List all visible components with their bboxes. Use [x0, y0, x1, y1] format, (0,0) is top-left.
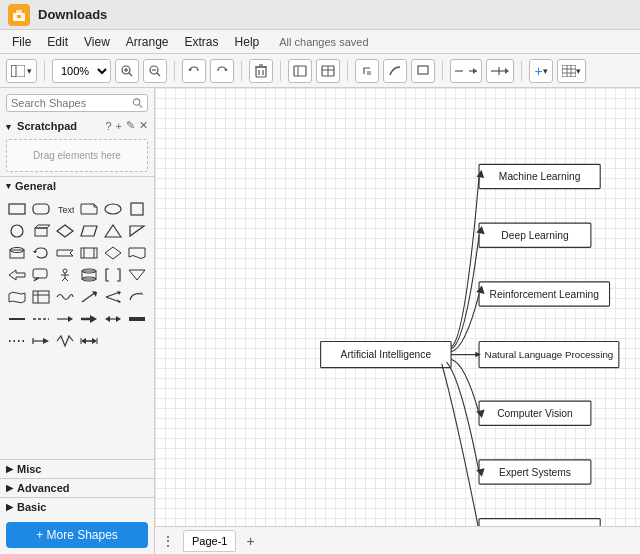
shape-bracket[interactable]: [102, 265, 124, 285]
toggle-panel-btn[interactable]: ▾: [6, 59, 37, 83]
shape-thick-line[interactable]: [126, 309, 148, 329]
svg-rect-19: [294, 66, 306, 76]
shape-squiggle[interactable]: [54, 287, 76, 307]
shape-zigzag[interactable]: [54, 331, 76, 351]
shape-cylinder[interactable]: [6, 243, 28, 263]
insert-btn[interactable]: + ▾: [529, 59, 553, 83]
scratchpad-icons: ? + ✎ ✕: [105, 119, 148, 132]
shape-arrow-both[interactable]: [78, 331, 100, 351]
shape-process[interactable]: [78, 243, 100, 263]
svg-line-10: [157, 73, 160, 76]
shape-person[interactable]: [54, 265, 76, 285]
shape-decision[interactable]: [102, 243, 124, 263]
shape-double-headed[interactable]: [102, 309, 124, 329]
svg-point-45: [105, 204, 121, 214]
shape-arrow-right[interactable]: [54, 309, 76, 329]
shape-document[interactable]: [126, 243, 148, 263]
shape-square[interactable]: [126, 199, 148, 219]
svg-marker-89: [90, 315, 97, 323]
add-page-btn[interactable]: +: [240, 531, 260, 551]
shape-rounded-rect[interactable]: [30, 199, 52, 219]
shape-line[interactable]: [6, 309, 28, 329]
scratchpad-close-icon[interactable]: ✕: [139, 119, 148, 132]
shape-text[interactable]: Text: [54, 199, 76, 219]
shape-thick-arrow[interactable]: [78, 309, 100, 329]
shape-arrow-left[interactable]: [6, 265, 28, 285]
shape-circle[interactable]: [6, 221, 28, 241]
shape-curved-arrow[interactable]: [126, 287, 148, 307]
scratchpad-help-icon[interactable]: ?: [105, 120, 111, 132]
menu-extras[interactable]: Extras: [177, 33, 227, 51]
general-arrow: ▾: [6, 181, 11, 191]
shape-callout[interactable]: [30, 265, 52, 285]
shape-dotted[interactable]: [6, 331, 28, 351]
shape-banner[interactable]: [54, 243, 76, 263]
format-btn[interactable]: [288, 59, 312, 83]
svg-text:Natural Language Processing: Natural Language Processing: [485, 349, 614, 360]
svg-text:Computer Vision: Computer Vision: [497, 408, 573, 419]
canvas-area[interactable]: Artificial Intelligence Machine Learning…: [155, 88, 640, 554]
connect-btn[interactable]: [486, 59, 514, 83]
menu-arrange[interactable]: Arrange: [118, 33, 177, 51]
shape-tape[interactable]: [6, 287, 28, 307]
svg-text:Expert Systems: Expert Systems: [499, 467, 571, 478]
line-btn[interactable]: [383, 59, 407, 83]
shape-loop[interactable]: [30, 243, 52, 263]
menu-view[interactable]: View: [76, 33, 118, 51]
diagram-svg: Artificial Intelligence Machine Learning…: [155, 88, 640, 554]
scratchpad-section: ▾ Scratchpad ? + ✎ ✕ Drag elements here: [0, 116, 154, 177]
waypoint-btn[interactable]: [450, 59, 482, 83]
scratchpad-edit-icon[interactable]: ✎: [126, 119, 135, 132]
page-tab[interactable]: Page-1: [183, 530, 236, 552]
shape-arrow-end[interactable]: [30, 331, 52, 351]
zoom-out-btn[interactable]: [143, 59, 167, 83]
shape-note[interactable]: [78, 199, 100, 219]
search-bar[interactable]: [6, 94, 148, 112]
undo-btn[interactable]: [182, 59, 206, 83]
svg-text:···: ···: [34, 291, 37, 295]
shape-diagonal-arrow[interactable]: [78, 287, 100, 307]
shape-parallelogram[interactable]: [78, 221, 100, 241]
shape-3d-rect[interactable]: [30, 221, 52, 241]
menu-edit[interactable]: Edit: [39, 33, 76, 51]
search-input[interactable]: [11, 97, 132, 109]
delete-btn[interactable]: [249, 59, 273, 83]
svg-rect-55: [10, 250, 24, 258]
menu-file[interactable]: File: [4, 33, 39, 51]
shape-double-arrow[interactable]: [102, 287, 124, 307]
scratchpad-title[interactable]: ▾ Scratchpad: [6, 120, 105, 132]
basic-arrow: ▶: [6, 502, 13, 512]
redo-btn[interactable]: [210, 59, 234, 83]
shape-database[interactable]: [78, 265, 100, 285]
svg-rect-4: [11, 65, 25, 77]
table-btn[interactable]: [316, 59, 340, 83]
shape-dashed[interactable]: [30, 309, 52, 329]
more-shapes-btn[interactable]: + More Shapes: [6, 522, 148, 548]
svg-rect-46: [131, 203, 143, 215]
svg-marker-27: [473, 68, 477, 74]
svg-text:Artificial Intelligence: Artificial Intelligence: [341, 349, 432, 360]
table-insert-btn[interactable]: ▾: [557, 59, 586, 83]
shape-diamond[interactable]: [54, 221, 76, 241]
shape-right-triangle[interactable]: [126, 221, 148, 241]
page-menu-icon[interactable]: ⋮: [161, 533, 175, 549]
shape-rect[interactable]: [6, 199, 28, 219]
menu-help[interactable]: Help: [227, 33, 268, 51]
rect-btn[interactable]: [411, 59, 435, 83]
scratchpad-add-icon[interactable]: +: [116, 120, 122, 132]
scratchpad-header[interactable]: ▾ Scratchpad ? + ✎ ✕: [0, 116, 154, 135]
shape-triangle[interactable]: [102, 221, 124, 241]
shape-table[interactable]: ···: [30, 287, 52, 307]
zoom-in-btn[interactable]: [115, 59, 139, 83]
shape-merge[interactable]: [126, 265, 148, 285]
fill-btn[interactable]: [355, 59, 379, 83]
advanced-section[interactable]: ▶ Advanced: [0, 478, 154, 497]
zoom-select[interactable]: 100%75%50%150%: [52, 59, 111, 83]
general-header[interactable]: ▾ General: [0, 177, 154, 195]
basic-section[interactable]: ▶ Basic: [0, 497, 154, 516]
shape-ellipse[interactable]: [102, 199, 124, 219]
bottombar: ⋮ Page-1 +: [155, 526, 640, 554]
misc-section[interactable]: ▶ Misc: [0, 459, 154, 478]
svg-point-37: [133, 99, 139, 105]
svg-rect-1: [16, 10, 22, 15]
